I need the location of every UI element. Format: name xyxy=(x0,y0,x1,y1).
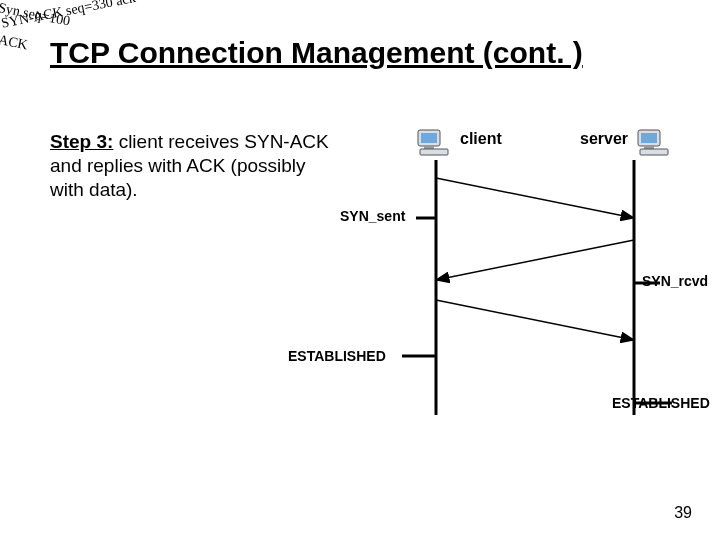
svg-rect-1 xyxy=(421,133,437,143)
established-right-label: ESTABLISHED xyxy=(612,395,710,411)
syn-sent-label: SYN_sent xyxy=(340,208,405,224)
svg-rect-7 xyxy=(640,149,668,155)
msg3-arrow xyxy=(436,300,634,340)
syn-rcvd-label: SYN_rcvd xyxy=(642,273,708,289)
page-number: 39 xyxy=(674,504,692,522)
step-description: Step 3: client receives SYN-ACK and repl… xyxy=(50,130,340,201)
established-left-label: ESTABLISHED xyxy=(288,348,386,364)
svg-rect-3 xyxy=(420,149,448,155)
step-label: Step 3: xyxy=(50,131,113,152)
slide: TCP Connection Management (cont. ) Step … xyxy=(0,0,720,540)
msg2-arrow xyxy=(436,240,634,280)
msg1-arrow xyxy=(436,178,634,218)
